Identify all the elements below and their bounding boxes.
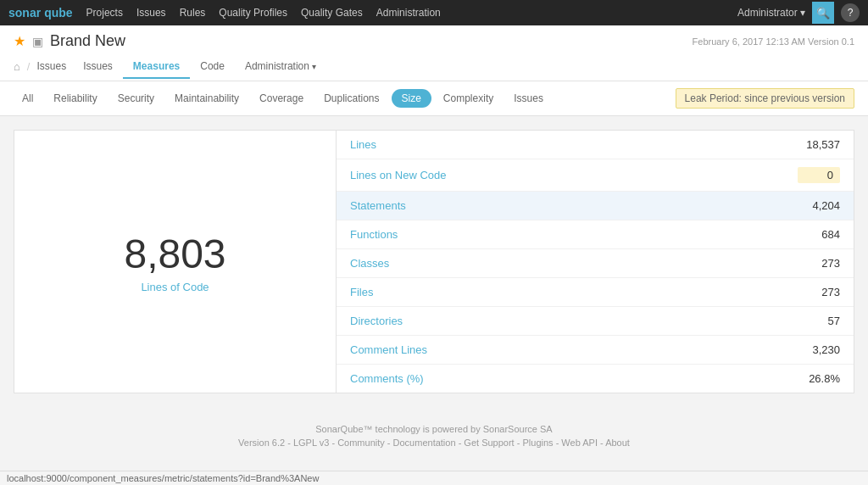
project-icon: ▣	[32, 35, 43, 48]
metric-name[interactable]: Lines	[350, 138, 376, 151]
main-metric-value: 8,803	[124, 231, 225, 277]
footer-version: Version 6.2	[238, 438, 285, 448]
home-icon[interactable]: ⌂	[14, 60, 20, 73]
metric-value: 18,537	[789, 138, 840, 151]
right-panel: Lines18,537Lines on New Code0Statements4…	[337, 131, 854, 393]
metric-name[interactable]: Directories	[350, 315, 403, 327]
footer-links: Version 6.2 - LGPL v3 - Community - Docu…	[17, 438, 851, 448]
footer-lgpl[interactable]: LGPL v3	[293, 438, 329, 448]
measure-tab-duplications[interactable]: Duplications	[315, 89, 387, 108]
metric-value: 0	[798, 167, 840, 183]
left-panel: 8,803 Lines of Code	[14, 131, 337, 393]
header-top: ★ ▣ Brand New February 6, 2017 12:13 AM …	[14, 32, 854, 50]
metric-row: Lines on New Code0	[337, 159, 854, 192]
measure-tab-coverage[interactable]: Coverage	[251, 89, 312, 108]
measures-tabs: All Reliability Security Maintainability…	[14, 89, 552, 108]
metric-row: Lines18,537	[337, 131, 854, 159]
header-meta: February 6, 2017 12:13 AM Version 0.1	[693, 36, 854, 47]
metric-value: 26.8%	[789, 372, 840, 385]
tab-measures[interactable]: Measures	[123, 55, 190, 79]
footer-about[interactable]: About	[605, 438, 630, 448]
metric-value: 273	[789, 286, 840, 298]
measure-tab-issues[interactable]: Issues	[505, 89, 552, 108]
main-content: 8,803 Lines of Code Lines18,537Lines on …	[0, 116, 868, 407]
measure-tab-complexity[interactable]: Complexity	[435, 89, 502, 108]
measure-tab-size[interactable]: Size	[392, 89, 431, 108]
measure-tab-security[interactable]: Security	[109, 89, 163, 108]
page-header: ★ ▣ Brand New February 6, 2017 12:13 AM …	[0, 25, 868, 81]
measure-tab-reliability[interactable]: Reliability	[45, 89, 105, 108]
breadcrumb-issues[interactable]: Issues	[36, 60, 66, 72]
tab-code[interactable]: Code	[190, 55, 235, 79]
metric-row: Files273	[337, 278, 854, 307]
help-button[interactable]: ?	[841, 3, 860, 22]
metric-row: Functions684	[337, 220, 854, 249]
nav-issues[interactable]: Issues	[136, 7, 166, 19]
metric-name[interactable]: Lines on New Code	[350, 169, 446, 181]
nav-quality-gates[interactable]: Quality Gates	[301, 7, 363, 19]
metric-name[interactable]: Comments (%)	[350, 372, 424, 385]
admin-menu[interactable]: Administrator ▾	[737, 7, 805, 19]
metric-name[interactable]: Functions	[350, 228, 398, 241]
breadcrumb-sep-1: /	[27, 60, 31, 73]
metric-row: Comment Lines3,230	[337, 336, 854, 365]
footer-line1: SonarQube™ technology is powered by Sona…	[17, 424, 851, 434]
metric-name[interactable]: Comment Lines	[350, 343, 427, 356]
metric-value: 684	[789, 228, 840, 241]
tab-administration[interactable]: Administration	[235, 55, 326, 79]
metric-row: Classes273	[337, 249, 854, 278]
tab-issues[interactable]: Issues	[73, 55, 123, 79]
leak-period-badge: Leak Period: since previous version	[676, 88, 854, 109]
metric-row: Directories57	[337, 307, 854, 336]
metric-value: 4,204	[789, 199, 840, 212]
top-nav-left: sonarqube Projects Issues Rules Quality …	[8, 6, 441, 20]
metric-value: 3,230	[789, 343, 840, 356]
header-title-row: ★ ▣ Brand New	[14, 32, 125, 50]
footer-documentation[interactable]: Documentation	[393, 438, 456, 448]
nav-quality-profiles[interactable]: Quality Profiles	[219, 7, 287, 19]
logo-qube: qube	[44, 6, 72, 20]
sonarqube-logo[interactable]: sonarqube	[8, 6, 73, 20]
footer-community[interactable]: Community	[337, 438, 385, 448]
metric-name[interactable]: Statements	[350, 199, 406, 212]
footer-sep: -	[287, 438, 293, 448]
metric-row: Comments (%)26.8%	[337, 365, 854, 393]
favorite-star-icon[interactable]: ★	[14, 33, 25, 49]
project-title: Brand New	[50, 32, 125, 50]
measures-bar: All Reliability Security Maintainability…	[0, 81, 868, 116]
measure-tab-all[interactable]: All	[14, 89, 42, 108]
footer: SonarQube™ technology is powered by Sona…	[0, 407, 868, 465]
nav-projects[interactable]: Projects	[86, 7, 123, 19]
measure-tab-maintainability[interactable]: Maintainability	[166, 89, 248, 108]
nav-administration[interactable]: Administration	[376, 7, 441, 19]
main-metric-label[interactable]: Lines of Code	[141, 281, 209, 293]
nav-rules[interactable]: Rules	[180, 7, 206, 19]
metric-value: 57	[789, 315, 840, 327]
top-navigation: sonarqube Projects Issues Rules Quality …	[0, 0, 868, 25]
metric-row: Statements4,204	[337, 192, 854, 220]
metric-name[interactable]: Classes	[350, 257, 389, 270]
footer-webapi[interactable]: Web API	[561, 438, 598, 448]
metrics-card: 8,803 Lines of Code Lines18,537Lines on …	[14, 130, 854, 393]
metric-value: 273	[789, 257, 840, 270]
top-nav-right: Administrator ▾ 🔍 ?	[737, 2, 860, 24]
footer-plugins[interactable]: Plugins	[522, 438, 553, 448]
metric-name[interactable]: Files	[350, 286, 373, 298]
footer-support[interactable]: Get Support	[464, 438, 514, 448]
logo-sonar: sonar	[8, 6, 41, 20]
search-button[interactable]: 🔍	[812, 2, 834, 24]
